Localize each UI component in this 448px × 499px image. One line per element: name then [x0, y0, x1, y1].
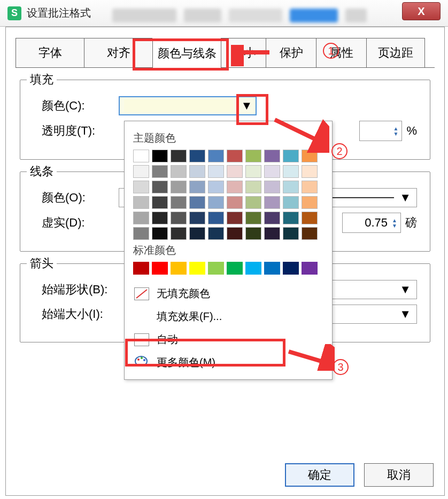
theme-swatch[interactable]: [208, 196, 224, 209]
standard-swatch[interactable]: [227, 262, 243, 275]
theme-swatch[interactable]: [302, 212, 318, 224]
tab-align[interactable]: 对齐: [84, 38, 152, 67]
theme-swatch[interactable]: [133, 196, 149, 209]
theme-swatch[interactable]: [227, 150, 243, 162]
ok-button[interactable]: 确定: [285, 463, 354, 487]
theme-swatch[interactable]: [283, 150, 299, 162]
weight-spinner[interactable]: 0.75 ▲▼: [342, 213, 401, 233]
theme-swatch[interactable]: [189, 165, 205, 178]
theme-swatch[interactable]: [227, 196, 243, 209]
theme-swatch[interactable]: [283, 212, 299, 224]
theme-swatch[interactable]: [133, 165, 149, 178]
theme-swatch[interactable]: [208, 227, 224, 240]
tab-protect[interactable]: 保护: [266, 38, 316, 67]
theme-swatch[interactable]: [302, 181, 318, 193]
theme-swatch[interactable]: [152, 165, 168, 178]
theme-swatch[interactable]: [283, 165, 299, 178]
theme-swatch[interactable]: [245, 150, 261, 162]
theme-swatch[interactable]: [302, 227, 318, 240]
theme-swatch[interactable]: [208, 165, 224, 178]
tab-colors-lines[interactable]: 颜色与线条: [152, 38, 221, 68]
theme-swatch[interactable]: [208, 150, 224, 162]
theme-swatch[interactable]: [189, 181, 205, 193]
theme-swatch[interactable]: [171, 212, 187, 224]
close-button[interactable]: X: [402, 2, 441, 20]
theme-swatch[interactable]: [189, 150, 205, 162]
theme-swatch[interactable]: [189, 227, 205, 240]
standard-swatch[interactable]: [171, 262, 187, 275]
fill-color-combo[interactable]: ▼: [119, 96, 257, 115]
theme-swatch[interactable]: [133, 212, 149, 224]
standard-swatch[interactable]: [133, 262, 149, 275]
theme-swatch[interactable]: [264, 212, 280, 224]
auto-label: 自动: [157, 332, 178, 347]
theme-swatch[interactable]: [171, 165, 187, 178]
transparency-spinner[interactable]: ▲▼: [359, 121, 402, 141]
standard-swatch[interactable]: [264, 262, 280, 275]
legend-line: 线条: [27, 163, 57, 180]
theme-swatch[interactable]: [283, 196, 299, 209]
theme-swatch[interactable]: [245, 181, 261, 193]
standard-color-row[interactable]: [133, 262, 323, 275]
fill-color-dropdown[interactable]: ▼: [237, 97, 256, 114]
theme-swatch[interactable]: [264, 196, 280, 209]
tab-size[interactable]: 大小: [221, 38, 266, 67]
standard-swatch[interactable]: [189, 262, 205, 275]
theme-swatch[interactable]: [133, 227, 149, 240]
standard-swatch[interactable]: [245, 262, 261, 275]
theme-swatch[interactable]: [208, 181, 224, 193]
opt-auto[interactable]: 自动: [133, 328, 323, 351]
cancel-button[interactable]: 取消: [364, 463, 434, 487]
theme-swatch[interactable]: [245, 212, 261, 224]
theme-swatch[interactable]: [302, 196, 318, 209]
theme-swatch[interactable]: [152, 196, 168, 209]
theme-swatch[interactable]: [227, 227, 243, 240]
theme-color-grid[interactable]: [133, 150, 323, 240]
theme-swatch[interactable]: [264, 150, 280, 162]
palette-icon: [134, 355, 149, 370]
theme-swatch[interactable]: [152, 212, 168, 224]
standard-swatch[interactable]: [302, 262, 318, 275]
theme-swatch[interactable]: [171, 150, 187, 162]
standard-swatch[interactable]: [208, 262, 224, 275]
theme-swatch[interactable]: [208, 212, 224, 224]
theme-swatch[interactable]: [245, 196, 261, 209]
theme-swatch[interactable]: [245, 227, 261, 240]
theme-swatch[interactable]: [227, 165, 243, 178]
theme-swatch[interactable]: [189, 196, 205, 209]
theme-swatch[interactable]: [264, 165, 280, 178]
tab-margin[interactable]: 页边距: [366, 38, 425, 67]
theme-swatch[interactable]: [152, 227, 168, 240]
theme-swatch[interactable]: [171, 227, 187, 240]
theme-swatch[interactable]: [264, 181, 280, 193]
theme-swatch[interactable]: [133, 181, 149, 193]
theme-swatch[interactable]: [283, 227, 299, 240]
theme-swatch[interactable]: [264, 227, 280, 240]
theme-swatch[interactable]: [171, 196, 187, 209]
theme-swatch[interactable]: [302, 150, 318, 162]
theme-swatch[interactable]: [133, 150, 149, 162]
theme-swatch[interactable]: [302, 165, 318, 178]
theme-swatch[interactable]: [189, 212, 205, 224]
no-fill-label: 无填充颜色: [157, 286, 210, 301]
weight-unit: 磅: [405, 215, 417, 231]
standard-swatch[interactable]: [152, 262, 168, 275]
tab-font[interactable]: 字体: [16, 38, 84, 67]
standard-swatch[interactable]: [283, 262, 299, 275]
tab-strip: 字体 对齐 颜色与线条 大小 保护 属性 页边距: [16, 38, 435, 67]
tab-props[interactable]: 属性: [316, 38, 366, 67]
titlebar: S 设置批注格式 X: [0, 0, 448, 27]
theme-swatch[interactable]: [171, 181, 187, 193]
opt-more-colors[interactable]: 更多颜色(M)...: [133, 351, 323, 374]
opt-no-fill[interactable]: 无填充颜色: [133, 282, 323, 305]
legend-arrow: 箭头: [27, 255, 57, 271]
theme-swatch[interactable]: [152, 150, 168, 162]
label-transparency: 透明度(T):: [33, 123, 119, 139]
theme-swatch[interactable]: [283, 181, 299, 193]
theme-swatch[interactable]: [227, 181, 243, 193]
theme-swatch[interactable]: [245, 165, 261, 178]
opt-fill-effects[interactable]: 填充效果(F)...: [133, 305, 323, 328]
theme-swatch[interactable]: [227, 212, 243, 224]
theme-swatch[interactable]: [152, 181, 168, 193]
no-fill-icon: [134, 287, 149, 300]
